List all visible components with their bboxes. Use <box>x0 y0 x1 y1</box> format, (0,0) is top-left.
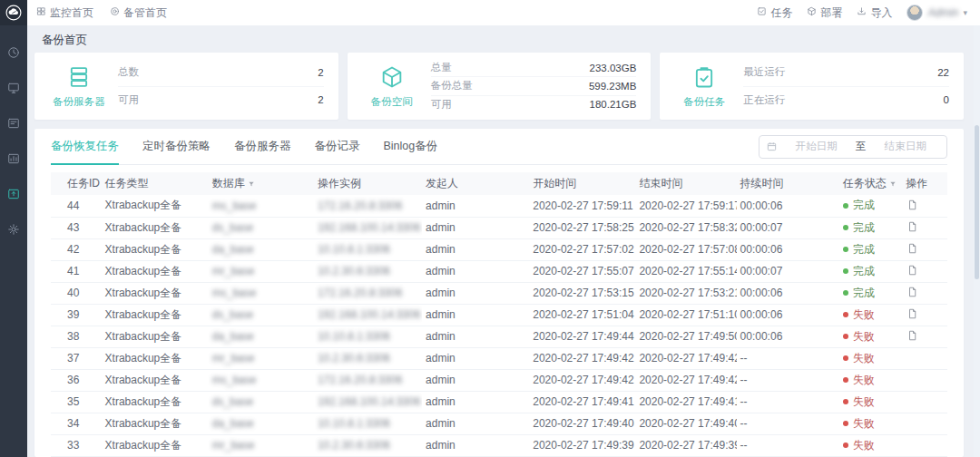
page-scrollbar[interactable] <box>974 25 980 457</box>
end-date-placeholder[interactable]: 结束日期 <box>871 140 939 153</box>
stat-label: 总量 <box>431 61 452 74</box>
cell-duration-text: -- <box>740 352 748 365</box>
cell-type-text: Xtrabackup全备 <box>105 439 182 452</box>
cell-type-text: Xtrabackup全备 <box>105 352 182 365</box>
status-dot <box>843 377 848 383</box>
cell-id: 35 <box>51 391 102 413</box>
col-header-label: 结束时间 <box>639 177 682 190</box>
cell-instance-text: 10.10.8.1:3306 <box>318 243 390 256</box>
cell-start: 2020-02-27 17:57:02 <box>529 238 635 260</box>
cell-start: 2020-02-27 17:55:07 <box>529 260 635 282</box>
cell-database-text: ds_base <box>212 221 253 234</box>
cell-op <box>902 282 947 304</box>
cell-initiator: admin <box>422 434 529 456</box>
start-date-placeholder[interactable]: 开始日期 <box>782 140 850 153</box>
cell-instance: 192.168.100.14:3306 <box>314 304 422 326</box>
view-log-button[interactable] <box>906 307 918 320</box>
topnav-item-0[interactable]: 监控首页 <box>36 5 93 21</box>
sidebar-item-host[interactable] <box>5 116 22 132</box>
view-log-button[interactable] <box>906 220 918 233</box>
cell-op <box>902 434 947 456</box>
cell-start-text: 2020-02-27 17:55:07 <box>533 265 633 277</box>
cell-end-text: 2020-02-27 17:59:17 <box>639 199 736 212</box>
col-header-label: 持续时间 <box>740 177 784 190</box>
topnav-item-1[interactable]: 备管首页 <box>110 5 167 21</box>
cell-database-text: mr_base <box>212 265 255 277</box>
calendar-icon <box>767 141 777 151</box>
user-menu[interactable]: Admin ▾ <box>906 5 967 21</box>
cell-id: 41 <box>51 260 102 282</box>
cell-end-text: 2020-02-27 17:57:08 <box>639 243 736 256</box>
console-home-icon <box>110 6 120 19</box>
cell-database-text: ds_base <box>212 308 253 321</box>
cell-op <box>902 217 947 238</box>
cell-status: 失败 <box>839 369 903 391</box>
col-header-database[interactable]: 数据库 <box>209 172 314 195</box>
status-dot <box>843 334 848 339</box>
view-log-button[interactable] <box>906 264 918 277</box>
tab-1[interactable]: 定时备份策略 <box>142 129 211 165</box>
summary-card-2: 备份任务最近运行22正在运行0 <box>660 53 964 120</box>
filter-icon[interactable] <box>248 178 255 190</box>
view-log-button[interactable] <box>906 329 918 342</box>
scrollbar-thumb[interactable] <box>975 125 979 279</box>
status-text: 失败 <box>853 416 875 432</box>
cell-instance-text: 10.2.30.6:3306 <box>318 352 390 365</box>
cell-instance: 172.16.20.8:3306 <box>314 282 422 304</box>
stat-label: 总数 <box>118 65 139 79</box>
cell-type: Xtrabackup全备 <box>102 326 209 347</box>
cell-start: 2020-02-27 17:49:40 <box>529 413 635 434</box>
app-logo[interactable] <box>0 0 27 25</box>
cell-id-text: 35 <box>67 395 79 408</box>
view-log-button[interactable] <box>906 199 918 211</box>
sidebar-item-monitor[interactable] <box>5 81 22 97</box>
col-header-label: 任务状态 <box>843 177 887 190</box>
topbar-action-2[interactable]: 导入 <box>857 5 892 21</box>
cell-status: 失败 <box>839 347 903 369</box>
topbar-action-1[interactable]: 部署 <box>807 5 842 21</box>
cell-id-text: 37 <box>67 352 79 365</box>
cell-type: Xtrabackup全备 <box>102 238 209 260</box>
col-header-status[interactable]: 任务状态 <box>839 172 903 195</box>
cell-status: 完成 <box>839 260 903 282</box>
status-badge: 失败 <box>843 373 899 388</box>
cell-database: da_base <box>209 326 314 347</box>
cell-database-text: mr_base <box>212 439 255 452</box>
cell-type-text: Xtrabackup全备 <box>105 243 182 256</box>
cell-op <box>902 260 947 282</box>
tab-3[interactable]: 备份记录 <box>315 129 360 165</box>
cell-database: ms_base <box>209 369 314 391</box>
filter-icon[interactable] <box>889 178 897 190</box>
topbar-action-0[interactable]: 任务 <box>757 5 792 21</box>
tab-2[interactable]: 备份服务器 <box>234 129 291 165</box>
cell-database-text: da_base <box>212 417 254 430</box>
cell-status: 失败 <box>839 326 903 347</box>
cell-database: ds_base <box>209 391 314 413</box>
sidebar-item-clock[interactable] <box>5 45 22 62</box>
cell-database: da_base <box>209 413 314 434</box>
cell-duration-text: -- <box>740 417 748 430</box>
card-label: 备份任务 <box>683 95 725 109</box>
sidebar-item-chart[interactable] <box>5 151 22 168</box>
stat-value: 2 <box>318 94 323 105</box>
tab-4[interactable]: Binlog备份 <box>384 129 438 165</box>
view-log-button[interactable] <box>906 286 918 298</box>
cell-id: 33 <box>51 434 102 456</box>
status-text: 完成 <box>853 198 875 213</box>
cell-database: ms_base <box>209 282 314 304</box>
tab-0[interactable]: 备份恢复任务 <box>51 129 119 165</box>
sidebar-item-backup[interactable] <box>5 187 22 203</box>
cell-type-text: Xtrabackup全备 <box>105 417 182 430</box>
date-range-picker[interactable]: 开始日期 至 结束日期 <box>759 135 947 159</box>
cell-duration: 00:00:06 <box>737 282 839 304</box>
cell-instance: 172.16.20.8:3306 <box>314 369 422 391</box>
col-header-start: 开始时间 <box>529 172 635 195</box>
cell-database-text: ms_base <box>212 374 257 386</box>
cell-database: da_base <box>209 238 314 260</box>
sidebar-item-settings[interactable] <box>5 222 22 238</box>
summary-card-1: 备份空间总量233.03GB备份总量599.23MB可用180.21GB <box>348 53 652 120</box>
view-log-button[interactable] <box>906 242 918 255</box>
cell-duration: -- <box>737 391 839 413</box>
cell-end-text: 2020-02-27 17:53:21 <box>639 287 736 299</box>
cell-duration-text: 00:00:06 <box>740 287 783 299</box>
